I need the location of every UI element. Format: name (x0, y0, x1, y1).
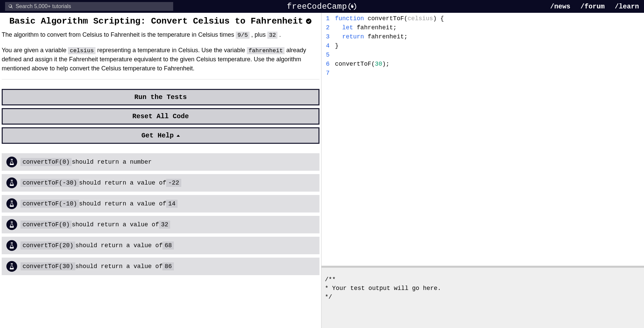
main-content: Basic Algorithm Scripting: Convert Celsi… (0, 13, 644, 328)
editor-line[interactable]: 7 (321, 69, 644, 78)
code-offset: 32 (267, 32, 277, 39)
test-row: convertToF(0) should return a value of 3… (2, 216, 319, 233)
editor-line[interactable]: 4} (321, 41, 644, 51)
test-expected: 32 (159, 221, 171, 229)
nav-link-news[interactable]: /news (550, 3, 570, 10)
line-number: 5 (321, 51, 335, 60)
fire-icon (348, 2, 357, 11)
search-icon (8, 4, 13, 9)
test-expected: 14 (166, 200, 178, 208)
test-code: convertToF(-30) (21, 179, 79, 187)
test-text: should return a value of (72, 221, 159, 228)
nav-link-learn[interactable]: /learn (615, 3, 639, 10)
editor-line[interactable]: 6convertToF(30); (321, 60, 644, 69)
test-text: should return a value of (79, 179, 166, 186)
test-text: should return a value of (75, 242, 162, 249)
challenge-title: Basic Algorithm Scripting: Convert Celsi… (9, 16, 303, 26)
search-container[interactable] (5, 2, 173, 11)
title-row: Basic Algorithm Scripting: Convert Celsi… (2, 16, 319, 26)
test-code: convertToF(30) (21, 262, 75, 270)
code-content[interactable]: return fahrenheit; (335, 32, 408, 41)
line-number: 1 (321, 14, 335, 23)
test-row: convertToF(-30) should return a value of… (2, 174, 319, 192)
get-help-button[interactable]: Get Help (2, 127, 319, 144)
test-text: should return a value of (79, 200, 166, 207)
code-content[interactable]: convertToF(30); (335, 60, 389, 69)
code-content[interactable]: function convertToF(celsius) { (335, 14, 444, 23)
reset-code-button[interactable]: Reset All Code (2, 108, 319, 125)
completed-check-icon (306, 18, 312, 24)
test-expected: -22 (166, 179, 181, 187)
divider (2, 79, 319, 79)
line-number: 2 (321, 23, 335, 32)
code-editor[interactable]: 1function convertToF(celsius) {2 let fah… (321, 13, 644, 266)
svg-point-0 (306, 19, 311, 24)
line-number: 4 (321, 41, 335, 51)
code-content[interactable]: let fahrenheit; (335, 23, 397, 32)
line-number: 6 (321, 60, 335, 69)
flask-icon (6, 261, 17, 272)
line-number: 7 (321, 69, 335, 78)
test-code: convertToF(0) (21, 158, 72, 166)
search-input[interactable] (15, 3, 170, 9)
description-1: The algorithm to convert from Celsius to… (2, 30, 319, 40)
code-content[interactable]: } (335, 41, 339, 51)
test-row: convertToF(20) should return a value of … (2, 237, 319, 254)
nav-link-forum[interactable]: /forum (580, 3, 605, 10)
code-celsius: celsius (68, 47, 95, 54)
run-tests-button[interactable]: Run the Tests (2, 89, 319, 105)
flask-icon (6, 198, 17, 209)
test-row: convertToF(-10) should return a value of… (2, 195, 319, 212)
description-2: You are given a variable celsius represe… (2, 46, 319, 73)
test-code: convertToF(20) (21, 241, 75, 250)
flask-icon (6, 219, 17, 230)
navbar: freeCodeCamp /news /forum /learn (0, 0, 644, 13)
challenge-panel: Basic Algorithm Scripting: Convert Celsi… (0, 13, 321, 328)
editor-line[interactable]: 5 (321, 51, 644, 60)
test-code: convertToF(0) (21, 221, 72, 229)
flask-icon (6, 240, 17, 251)
test-code: convertToF(-10) (21, 200, 79, 208)
test-row: convertToF(30) should return a value of … (2, 258, 319, 275)
editor-line[interactable]: 1function convertToF(celsius) { (321, 14, 644, 23)
button-column: Run the Tests Reset All Code Get Help (2, 89, 319, 144)
code-fraction: 9/5 (236, 32, 250, 39)
editor-line[interactable]: 3 return fahrenheit; (321, 32, 644, 41)
flask-icon (6, 177, 17, 188)
code-fahrenheit: fahrenheit (247, 47, 285, 54)
test-row: convertToF(0) should return a number (2, 153, 319, 171)
editor-line[interactable]: 2 let fahrenheit; (321, 23, 644, 32)
line-number: 3 (321, 32, 335, 41)
test-expected: 86 (162, 262, 174, 270)
caret-up-icon (177, 135, 180, 137)
editor-panel: 1function convertToF(celsius) {2 let fah… (321, 13, 644, 328)
brand-logo[interactable]: freeCodeCamp (287, 2, 357, 11)
test-text: should return a number (72, 159, 152, 165)
nav-links: /news /forum /learn (550, 3, 639, 10)
brand-text: freeCodeCamp (287, 2, 347, 11)
test-text: should return a value of (75, 263, 162, 270)
output-console: /** * Your test output will go here. */ (321, 266, 644, 328)
tests-list: convertToF(0) should return a numberconv… (2, 153, 319, 275)
test-expected: 68 (162, 241, 174, 250)
flask-icon (6, 157, 17, 167)
